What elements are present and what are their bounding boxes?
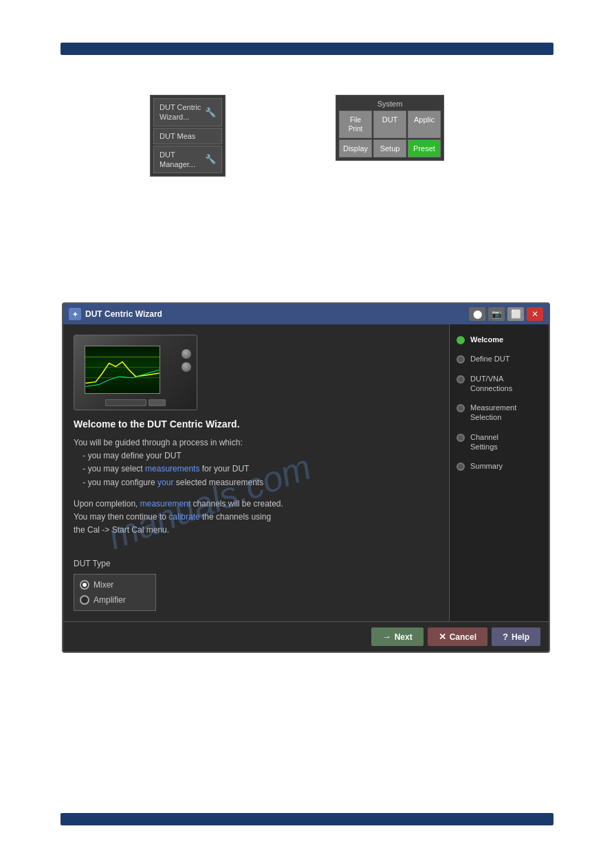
titlebar-controls: ⬤ 📷 ⬜ ✕ [469,307,543,321]
step-dot-connections [457,375,465,383]
dut-menu-box: DUT CentricWizard... 🔧 DUT Meas DUTManag… [150,95,226,177]
step-dot-channel [457,434,465,442]
radio-label-mixer: Mixer [94,580,113,590]
step-connections: DUT/VNAConnections [457,374,542,394]
screen-inner [85,346,160,393]
knob-1 [182,349,191,359]
step-define-dut: Define DUT [457,354,542,364]
radio-circle-mixer [80,580,89,590]
cancel-button[interactable]: ✕ Cancel [428,627,487,646]
welcome-text-2: Upon completion, measurement channels wi… [74,498,439,537]
next-label: Next [395,632,413,642]
radio-amplifier[interactable]: Amplifier [80,595,150,605]
titlebar-close-btn[interactable]: ✕ [527,307,543,321]
step-dot-welcome [457,336,465,344]
wizard-left: Welcome to the DUT Centric Wizard. You w… [63,324,449,621]
wizard-footer: → Next ✕ Cancel ? Help [63,621,549,652]
instrument-image [74,335,197,410]
wrench-icon: 🔧 [205,154,216,164]
step-channel: ChannelSettings [457,432,542,452]
radio-label-amplifier: Amplifier [94,595,126,605]
bottom-bar [61,813,553,825]
step-measurement: MeasurementSelection [457,403,542,423]
menu-item-dut-meas[interactable]: DUT Meas [153,128,222,144]
system-panel: System FilePrint DUT Applic Display Setu… [336,95,444,161]
btn-file-print[interactable]: FilePrint [339,111,372,138]
welcome-text: You will be guided through a process in … [74,436,439,489]
titlebar-camera-btn[interactable]: 📷 [488,307,505,321]
system-title: System [339,98,441,111]
help-label: Help [512,632,529,642]
step-dot-summary [457,463,465,471]
instrument-screen [85,346,160,394]
step-welcome: Welcome [457,335,542,344]
step-dot-measurement [457,404,465,412]
btn-applic[interactable]: Applic [408,111,441,138]
dut-type-label: DUT Type [74,559,439,568]
step-label-channel: ChannelSettings [470,432,498,452]
step-label-measurement: MeasurementSelection [470,403,516,423]
instrument-knobs [182,349,191,372]
cancel-label: Cancel [450,632,476,642]
btn-setup[interactable]: Setup [373,140,406,157]
menu-item-dut-manager[interactable]: DUTManager... 🔧 [153,146,222,174]
wizard-dialog: ✦ DUT Centric Wizard ⬤ 📷 ⬜ ✕ [62,302,550,653]
wizard-titlebar: ✦ DUT Centric Wizard ⬤ 📷 ⬜ ✕ [63,304,549,324]
help-icon: ? [503,632,508,642]
step-summary: Summary [457,461,542,471]
radio-circle-amplifier [80,595,89,605]
next-button[interactable]: → Next [371,627,424,646]
step-label-welcome: Welcome [470,335,503,344]
wizard-steps: Welcome Define DUT DUT/VNAConnections Me… [449,324,549,621]
menu-item-label: DUT Meas [160,132,195,140]
btn-dut[interactable]: DUT [373,111,406,138]
menu-item-label: DUTManager... [160,150,195,170]
system-grid: FilePrint DUT Applic Display Setup Prese… [339,111,441,157]
btn-display[interactable]: Display [339,140,372,157]
step-label-define-dut: Define DUT [470,354,509,364]
wizard-icon: ✦ [69,308,81,320]
step-label-summary: Summary [470,461,503,471]
screen-lines [85,346,160,393]
menu-item-label: DUT CentricWizard... [160,102,201,122]
titlebar-restore-btn[interactable]: ⬜ [507,307,524,321]
welcome-title: Welcome to the DUT Centric Wizard. [74,419,439,430]
wizard-title: DUT Centric Wizard [85,309,162,319]
next-icon: → [382,632,391,642]
menu-area: DUT CentricWizard... 🔧 DUT Meas DUTManag… [150,95,226,177]
welcome-content: Welcome to the DUT Centric Wizard. You w… [74,419,439,545]
radio-group: Mixer Amplifier [74,574,156,611]
titlebar-left: ✦ DUT Centric Wizard [69,308,162,320]
top-bar [61,43,553,55]
btn-preset[interactable]: Preset [408,140,441,157]
step-dot-define-dut [457,355,465,364]
menu-item-dut-centric[interactable]: DUT CentricWizard... 🔧 [153,98,222,126]
cancel-icon: ✕ [439,632,446,642]
step-label-connections: DUT/VNAConnections [470,374,512,394]
titlebar-toggle-btn[interactable]: ⬤ [469,307,485,321]
help-button[interactable]: ? Help [492,627,540,646]
radio-mixer[interactable]: Mixer [80,580,150,590]
knob-2 [182,362,191,372]
wizard-body: Welcome to the DUT Centric Wizard. You w… [63,324,549,621]
wrench-icon: 🔧 [205,107,216,118]
dut-type-section: DUT Type Mixer Amplifier [74,559,439,611]
